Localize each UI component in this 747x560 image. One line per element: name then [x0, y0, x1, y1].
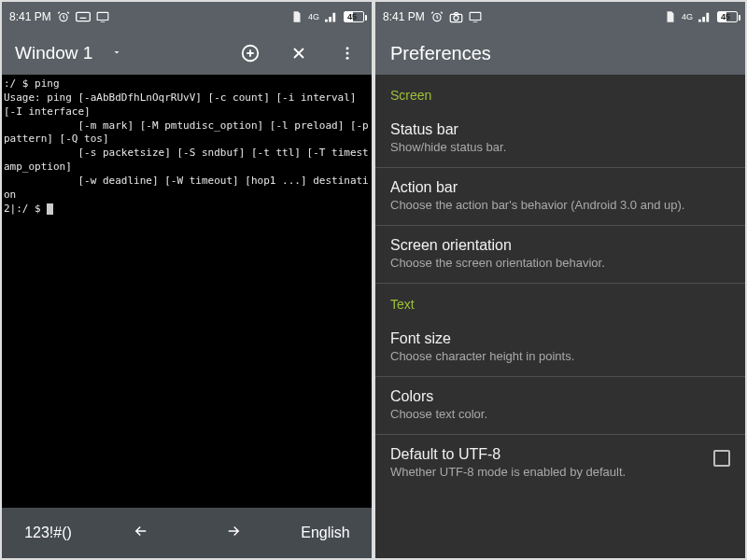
pref-subtitle: Choose the action bar's behavior (Androi… — [390, 198, 730, 212]
window-title[interactable]: Window 1 — [15, 43, 92, 63]
section-label-text: Text — [375, 284, 745, 319]
status-time: 8:41 PM — [9, 10, 51, 23]
sim-icon — [291, 10, 303, 23]
pref-colors[interactable]: Colors Choose text color. — [375, 377, 745, 434]
battery-indicator: 45 — [344, 11, 364, 22]
term-line: [-m mark] [-M pmtudisc_option] [-l prelo… — [4, 119, 374, 146]
svg-point-6 — [346, 57, 349, 60]
terminal-appbar: Window 1 — [2, 32, 372, 75]
status-bar-left: 8:41 PM 4G 45 — [2, 2, 372, 32]
pref-action-bar[interactable]: Action bar Choose the action bar's behav… — [375, 168, 745, 225]
ime-symbols-key[interactable]: 123!#() — [15, 517, 82, 549]
pref-title: Font size — [390, 330, 730, 347]
pref-subtitle: Show/hide status bar. — [390, 140, 730, 154]
pref-subtitle: Whether UTF-8 mode is enabled by default… — [390, 465, 702, 479]
terminal-output[interactable]: :/ $ ping Usage: ping [-aAbBdDfhLnOqrRUv… — [2, 75, 372, 508]
preferences-screenshot: 8:41 PM 4G 45 Preferences Sc — [374, 0, 747, 560]
sim-icon — [665, 10, 676, 23]
pref-status-bar[interactable]: Status bar Show/hide status bar. — [375, 110, 745, 167]
close-button[interactable] — [282, 36, 316, 70]
term-line: [-w deadline] [-W timeout] [hop1 ...] de… — [4, 175, 369, 201]
network-type: 4G — [682, 12, 693, 21]
camera-icon — [449, 11, 463, 23]
chevron-down-icon[interactable] — [111, 45, 122, 62]
utf8-checkbox[interactable] — [713, 450, 730, 467]
svg-rect-2 — [97, 12, 108, 20]
overflow-menu-button[interactable] — [331, 36, 364, 70]
alarm-icon — [57, 10, 70, 23]
term-line: Usage: ping [-aAbBdDfhLnOqrRUvV] [-c cou… — [4, 91, 362, 118]
status-bar-right: 8:41 PM 4G 45 — [375, 2, 745, 32]
svg-point-5 — [346, 52, 349, 55]
cursor-icon — [47, 203, 53, 215]
pref-title: Status bar — [390, 121, 730, 138]
ime-left-key[interactable] — [107, 515, 175, 551]
alarm-icon — [430, 10, 444, 23]
screen-icon — [96, 11, 109, 22]
new-window-button[interactable] — [233, 36, 267, 70]
ime-lang-key[interactable]: English — [292, 517, 359, 549]
pref-screen-orientation[interactable]: Screen orientation Choose the screen ori… — [375, 226, 745, 283]
keyboard-icon — [76, 11, 91, 22]
svg-point-4 — [346, 47, 349, 49]
status-time: 8:41 PM — [383, 10, 425, 23]
pref-subtitle: Choose text color. — [390, 407, 730, 421]
pref-default-utf8[interactable]: Default to UTF-8 Whether UTF-8 mode is e… — [375, 435, 745, 492]
network-type: 4G — [308, 12, 319, 21]
pref-subtitle: Choose character height in points. — [390, 349, 730, 363]
ime-right-key[interactable] — [200, 515, 267, 551]
battery-indicator: 45 — [717, 11, 738, 22]
pref-title: Colors — [390, 388, 730, 405]
ime-bar: 123!#() English — [2, 508, 372, 558]
svg-rect-10 — [470, 12, 481, 20]
pref-subtitle: Choose the screen orientation behavior. — [390, 256, 730, 270]
pref-title: Action bar — [390, 179, 730, 196]
svg-point-9 — [454, 15, 458, 20]
term-line: [-s packetsize] [-S sndbuf] [-t ttl] [-T… — [4, 147, 369, 173]
preferences-title: Preferences — [375, 32, 745, 75]
preferences-list[interactable]: Screen Status bar Show/hide status bar. … — [375, 75, 745, 558]
section-label-screen: Screen — [375, 75, 745, 110]
pref-title: Screen orientation — [390, 237, 730, 254]
terminal-screenshot: 8:41 PM 4G 45 Window 1 — [0, 0, 374, 560]
pref-title: Default to UTF-8 — [390, 446, 702, 463]
svg-rect-1 — [76, 12, 90, 21]
term-line: 2|:/ $ — [4, 203, 47, 215]
screen-icon — [469, 11, 482, 22]
signal-icon — [325, 11, 338, 22]
term-line: :/ $ ping — [4, 77, 60, 90]
signal-icon — [698, 11, 712, 22]
pref-font-size[interactable]: Font size Choose character height in poi… — [375, 319, 745, 376]
